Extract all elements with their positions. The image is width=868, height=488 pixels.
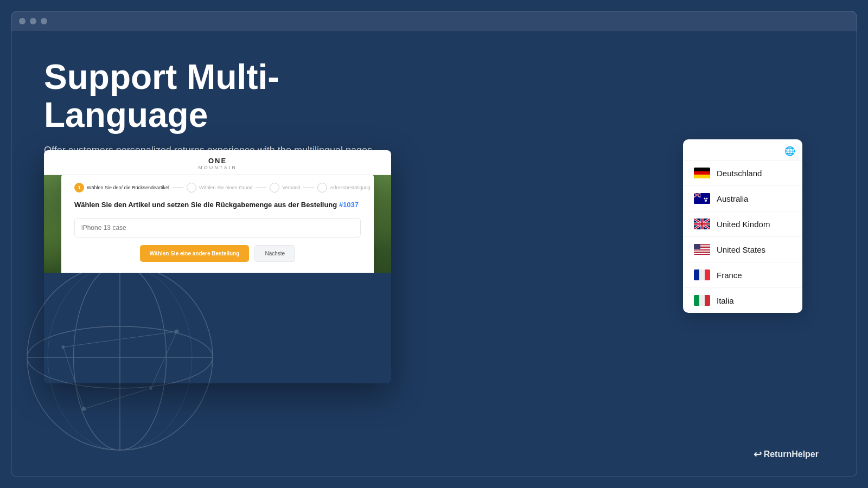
next-button[interactable]: Nächste xyxy=(254,245,295,262)
language-dropdown: 🌐 Deutschland xyxy=(683,139,802,313)
step-1-label: Wählen Sie den/ die Rücksendeartikel xyxy=(87,185,169,190)
portal-header: ONE Mountain xyxy=(44,150,391,175)
item-search-input[interactable] xyxy=(74,218,361,237)
browser-body: Support Multi-Language Offer customers p… xyxy=(11,31,857,477)
flag-fr xyxy=(694,269,710,280)
step-connector-3 xyxy=(303,187,314,188)
page-title: Support Multi-Language xyxy=(44,58,424,134)
form-title: Wählen Sie den Artikel und setzen Sie di… xyxy=(74,200,361,210)
language-item-au[interactable]: Australia xyxy=(683,186,802,211)
step-3: Versand xyxy=(270,183,300,192)
language-item-uk[interactable]: United Kindom xyxy=(683,211,802,237)
language-item-de[interactable]: Deutschland xyxy=(683,160,802,186)
flag-de xyxy=(694,168,710,178)
language-item-it[interactable]: Italia xyxy=(683,288,802,313)
logo-text: ReturnHelper xyxy=(764,450,819,459)
step-1: 1 Wählen Sie den/ die Rücksendeartikel xyxy=(74,183,169,192)
lang-name-uk: United Kindom xyxy=(717,220,770,229)
step-3-circle xyxy=(270,183,279,192)
lang-name-au: Australia xyxy=(717,194,748,203)
language-item-fr[interactable]: France xyxy=(683,262,802,288)
step-1-circle: 1 xyxy=(74,183,84,192)
svg-rect-37 xyxy=(694,252,710,253)
form-steps: 1 Wählen Sie den/ die Rücksendeartikel W… xyxy=(74,183,361,192)
flag-it xyxy=(694,295,710,306)
logo-arrow-icon: ↩ xyxy=(754,448,762,460)
change-order-button[interactable]: Wählen Sie eine andere Bestellung xyxy=(140,245,250,262)
svg-point-21 xyxy=(706,198,708,200)
step-3-label: Versand xyxy=(282,185,300,190)
lang-name-fr: France xyxy=(717,271,742,280)
step-4: Adressbestätigung xyxy=(317,183,371,192)
returnhelper-logo: ↩ ReturnHelper xyxy=(754,448,819,460)
browser-window: Support Multi-Language Offer customers p… xyxy=(11,11,857,477)
svg-point-22 xyxy=(704,198,706,200)
form-actions: Wählen Sie eine andere Bestellung Nächst… xyxy=(74,245,361,262)
svg-rect-39 xyxy=(694,244,700,249)
step-2-circle xyxy=(187,183,196,192)
portal-hero-image: 1 Wählen Sie den/ die Rücksendeartikel W… xyxy=(44,175,391,273)
brand-name: ONE xyxy=(44,157,391,165)
dropdown-header: 🌐 xyxy=(683,139,802,160)
svg-point-20 xyxy=(705,200,707,202)
lang-name-it: Italia xyxy=(717,296,734,305)
flag-us xyxy=(694,244,710,255)
portal-mockup: ONE Mountain 1 Wählen Sie den/ die Rücks… xyxy=(44,150,391,383)
order-number: #1037 xyxy=(339,201,359,209)
form-title-text: Wählen Sie den Artikel und setzen Sie di… xyxy=(74,201,337,209)
close-button[interactable] xyxy=(19,18,25,24)
browser-titlebar xyxy=(11,11,857,31)
svg-rect-36 xyxy=(694,250,710,251)
minimize-button[interactable] xyxy=(30,18,36,24)
flag-au xyxy=(694,193,710,204)
step-2: Wählen Sie einen Grund xyxy=(187,183,252,192)
globe-icon[interactable]: 🌐 xyxy=(784,145,796,157)
brand-sub: Mountain xyxy=(44,165,391,170)
portal-form: 1 Wählen Sie den/ die Rücksendeartikel W… xyxy=(61,175,374,273)
step-2-label: Wählen Sie einen Grund xyxy=(199,185,252,190)
step-connector-1 xyxy=(173,187,183,188)
step-4-circle xyxy=(317,183,327,192)
maximize-button[interactable] xyxy=(41,18,47,24)
step-connector-2 xyxy=(256,187,266,188)
language-item-us[interactable]: United States xyxy=(683,237,802,262)
lang-name-de: Deutschland xyxy=(717,169,762,178)
flag-uk xyxy=(694,219,710,229)
svg-rect-38 xyxy=(694,253,710,254)
lang-name-us: United States xyxy=(717,245,765,254)
step-4-label: Adressbestätigung xyxy=(330,185,371,190)
